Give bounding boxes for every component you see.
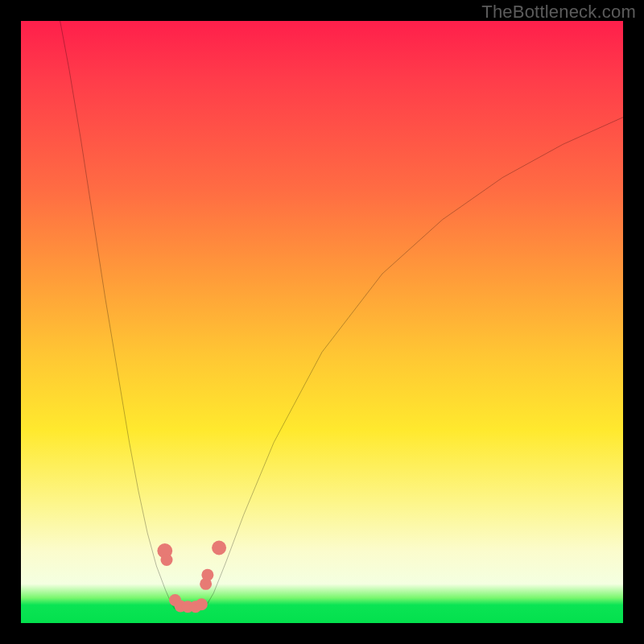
- curve-path: [60, 21, 623, 609]
- scatter-point: [212, 541, 226, 555]
- plot-area: [21, 21, 623, 623]
- scatter-point: [161, 554, 173, 566]
- scatter-group: [157, 541, 226, 613]
- scatter-point: [201, 569, 213, 581]
- scatter-point: [196, 598, 208, 610]
- chart-svg: [21, 21, 623, 623]
- watermark-text: TheBottleneck.com: [481, 2, 636, 23]
- curve-group: [60, 21, 623, 609]
- outer-frame: TheBottleneck.com: [0, 0, 644, 644]
